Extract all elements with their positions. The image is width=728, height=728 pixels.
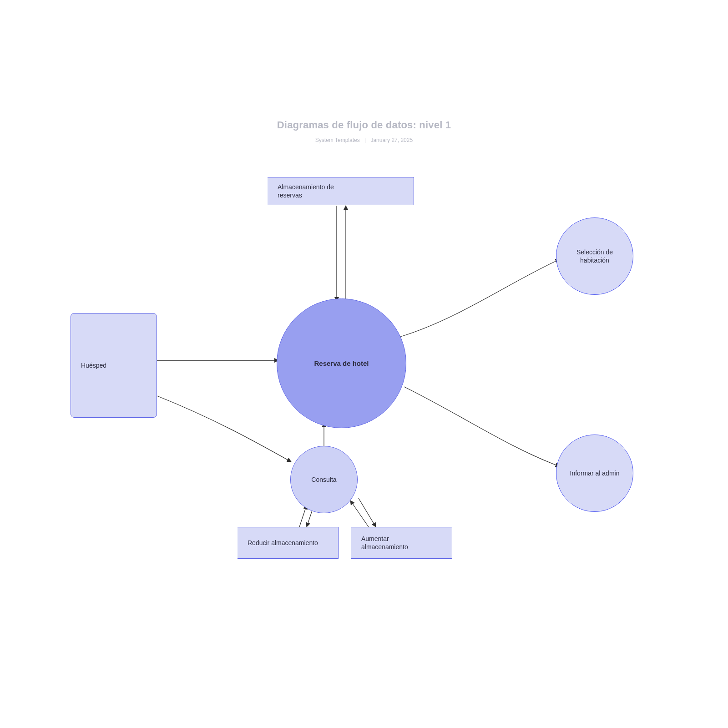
entity-guest[interactable]: Huésped xyxy=(71,313,157,418)
process-query-label: Consulta xyxy=(311,475,336,484)
process-hotel-booking[interactable]: Reserva de hotel xyxy=(277,298,406,428)
process-room-select[interactable]: Selección de habitación xyxy=(556,217,633,295)
process-query[interactable]: Consulta xyxy=(290,446,358,513)
datastore-increase-label: Aumentar almacenamiento xyxy=(361,535,434,551)
datastore-booking[interactable]: Almacenamiento de reservas xyxy=(268,177,414,205)
subtitle-separator xyxy=(365,138,365,143)
process-inform-admin-label: Informar al admin xyxy=(570,469,620,477)
datastore-increase[interactable]: Aumentar almacenamiento xyxy=(351,527,452,559)
diagram-subtitle: System Templates January 27, 2025 xyxy=(0,137,728,143)
edge-booking-to-roomselect xyxy=(400,259,560,337)
diagram-title: Diagramas de flujo de datos: nivel 1 xyxy=(0,119,728,131)
subtitle-left: System Templates xyxy=(315,137,360,143)
entity-guest-label: Huésped xyxy=(81,361,106,369)
datastore-booking-label: Almacenamiento de reservas xyxy=(278,183,355,199)
title-block: Diagramas de flujo de datos: nivel 1 Sys… xyxy=(0,119,728,143)
title-rule xyxy=(268,134,460,134)
process-room-select-label: Selección de habitación xyxy=(562,248,627,264)
process-hotel-booking-label: Reserva de hotel xyxy=(314,359,369,368)
edge-query-to-increase xyxy=(359,498,376,527)
edge-increase-to-query xyxy=(350,500,369,527)
datastore-reduce-label: Reducir almacenamiento xyxy=(248,539,318,547)
datastore-reduce[interactable]: Reducir almacenamiento xyxy=(238,527,339,559)
edge-reduce-to-query xyxy=(299,505,307,527)
edge-guest-to-query xyxy=(157,396,291,462)
process-inform-admin[interactable]: Informar al admin xyxy=(556,435,633,512)
diagram-canvas: Diagramas de flujo de datos: nivel 1 Sys… xyxy=(0,0,728,728)
subtitle-right: January 27, 2025 xyxy=(370,137,413,143)
edge-booking-to-admin xyxy=(404,387,560,466)
